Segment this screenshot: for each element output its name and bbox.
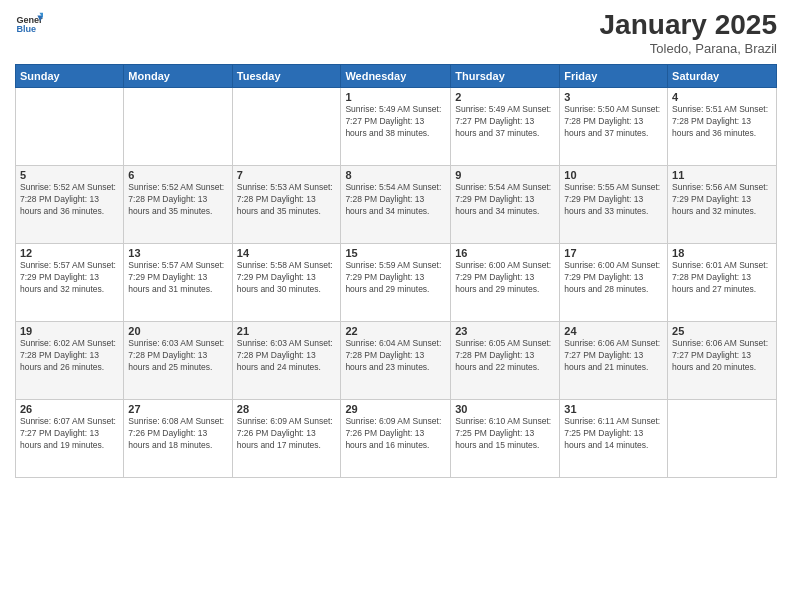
day-number: 22 [345,325,446,337]
day-info: Sunrise: 5:59 AM Sunset: 7:29 PM Dayligh… [345,260,446,296]
calendar-week-row: 12Sunrise: 5:57 AM Sunset: 7:29 PM Dayli… [16,243,777,321]
day-number: 27 [128,403,227,415]
day-info: Sunrise: 5:52 AM Sunset: 7:28 PM Dayligh… [20,182,119,218]
calendar-cell: 15Sunrise: 5:59 AM Sunset: 7:29 PM Dayli… [341,243,451,321]
day-info: Sunrise: 5:50 AM Sunset: 7:28 PM Dayligh… [564,104,663,140]
day-number: 16 [455,247,555,259]
day-info: Sunrise: 6:09 AM Sunset: 7:26 PM Dayligh… [345,416,446,452]
day-number: 11 [672,169,772,181]
day-info: Sunrise: 5:54 AM Sunset: 7:28 PM Dayligh… [345,182,446,218]
day-number: 2 [455,91,555,103]
day-info: Sunrise: 5:55 AM Sunset: 7:29 PM Dayligh… [564,182,663,218]
calendar-cell: 28Sunrise: 6:09 AM Sunset: 7:26 PM Dayli… [232,399,341,477]
day-number: 28 [237,403,337,415]
calendar-cell: 14Sunrise: 5:58 AM Sunset: 7:29 PM Dayli… [232,243,341,321]
day-number: 25 [672,325,772,337]
day-number: 18 [672,247,772,259]
day-number: 9 [455,169,555,181]
day-info: Sunrise: 6:03 AM Sunset: 7:28 PM Dayligh… [237,338,337,374]
calendar-header-row: SundayMondayTuesdayWednesdayThursdayFrid… [16,64,777,87]
day-info: Sunrise: 6:00 AM Sunset: 7:29 PM Dayligh… [455,260,555,296]
day-number: 20 [128,325,227,337]
day-number: 15 [345,247,446,259]
calendar-cell [16,87,124,165]
calendar-cell: 31Sunrise: 6:11 AM Sunset: 7:25 PM Dayli… [560,399,668,477]
day-info: Sunrise: 6:06 AM Sunset: 7:27 PM Dayligh… [564,338,663,374]
day-number: 4 [672,91,772,103]
day-of-week-header: Sunday [16,64,124,87]
day-info: Sunrise: 5:52 AM Sunset: 7:28 PM Dayligh… [128,182,227,218]
svg-text:Blue: Blue [16,24,36,34]
day-info: Sunrise: 6:03 AM Sunset: 7:28 PM Dayligh… [128,338,227,374]
day-info: Sunrise: 6:02 AM Sunset: 7:28 PM Dayligh… [20,338,119,374]
day-info: Sunrise: 6:08 AM Sunset: 7:26 PM Dayligh… [128,416,227,452]
day-number: 23 [455,325,555,337]
day-info: Sunrise: 5:57 AM Sunset: 7:29 PM Dayligh… [128,260,227,296]
calendar-cell: 20Sunrise: 6:03 AM Sunset: 7:28 PM Dayli… [124,321,232,399]
page-container: General Blue January 2025 Toledo, Parana… [0,0,792,488]
day-number: 14 [237,247,337,259]
calendar-cell: 6Sunrise: 5:52 AM Sunset: 7:28 PM Daylig… [124,165,232,243]
calendar-cell: 10Sunrise: 5:55 AM Sunset: 7:29 PM Dayli… [560,165,668,243]
day-info: Sunrise: 5:56 AM Sunset: 7:29 PM Dayligh… [672,182,772,218]
day-info: Sunrise: 6:04 AM Sunset: 7:28 PM Dayligh… [345,338,446,374]
day-of-week-header: Saturday [668,64,777,87]
title-block: January 2025 Toledo, Parana, Brazil [600,10,777,56]
calendar-cell: 26Sunrise: 6:07 AM Sunset: 7:27 PM Dayli… [16,399,124,477]
day-info: Sunrise: 6:05 AM Sunset: 7:28 PM Dayligh… [455,338,555,374]
day-number: 8 [345,169,446,181]
day-info: Sunrise: 6:11 AM Sunset: 7:25 PM Dayligh… [564,416,663,452]
day-info: Sunrise: 5:57 AM Sunset: 7:29 PM Dayligh… [20,260,119,296]
calendar-cell [124,87,232,165]
calendar-cell [668,399,777,477]
calendar-cell: 8Sunrise: 5:54 AM Sunset: 7:28 PM Daylig… [341,165,451,243]
calendar-cell: 22Sunrise: 6:04 AM Sunset: 7:28 PM Dayli… [341,321,451,399]
calendar-week-row: 1Sunrise: 5:49 AM Sunset: 7:27 PM Daylig… [16,87,777,165]
calendar-table: SundayMondayTuesdayWednesdayThursdayFrid… [15,64,777,478]
day-number: 26 [20,403,119,415]
day-info: Sunrise: 6:01 AM Sunset: 7:28 PM Dayligh… [672,260,772,296]
calendar-cell [232,87,341,165]
day-info: Sunrise: 6:10 AM Sunset: 7:25 PM Dayligh… [455,416,555,452]
calendar-cell: 23Sunrise: 6:05 AM Sunset: 7:28 PM Dayli… [451,321,560,399]
calendar-cell: 16Sunrise: 6:00 AM Sunset: 7:29 PM Dayli… [451,243,560,321]
day-of-week-header: Friday [560,64,668,87]
calendar-cell: 30Sunrise: 6:10 AM Sunset: 7:25 PM Dayli… [451,399,560,477]
calendar-subtitle: Toledo, Parana, Brazil [600,41,777,56]
calendar-cell: 2Sunrise: 5:49 AM Sunset: 7:27 PM Daylig… [451,87,560,165]
day-info: Sunrise: 5:58 AM Sunset: 7:29 PM Dayligh… [237,260,337,296]
calendar-week-row: 5Sunrise: 5:52 AM Sunset: 7:28 PM Daylig… [16,165,777,243]
calendar-cell: 1Sunrise: 5:49 AM Sunset: 7:27 PM Daylig… [341,87,451,165]
calendar-cell: 17Sunrise: 6:00 AM Sunset: 7:29 PM Dayli… [560,243,668,321]
calendar-cell: 9Sunrise: 5:54 AM Sunset: 7:29 PM Daylig… [451,165,560,243]
day-info: Sunrise: 6:09 AM Sunset: 7:26 PM Dayligh… [237,416,337,452]
day-info: Sunrise: 5:51 AM Sunset: 7:28 PM Dayligh… [672,104,772,140]
day-number: 10 [564,169,663,181]
calendar-cell: 27Sunrise: 6:08 AM Sunset: 7:26 PM Dayli… [124,399,232,477]
header: General Blue January 2025 Toledo, Parana… [15,10,777,56]
day-number: 21 [237,325,337,337]
day-number: 31 [564,403,663,415]
day-number: 17 [564,247,663,259]
calendar-cell: 21Sunrise: 6:03 AM Sunset: 7:28 PM Dayli… [232,321,341,399]
day-number: 29 [345,403,446,415]
calendar-cell: 7Sunrise: 5:53 AM Sunset: 7:28 PM Daylig… [232,165,341,243]
day-of-week-header: Wednesday [341,64,451,87]
day-info: Sunrise: 5:49 AM Sunset: 7:27 PM Dayligh… [455,104,555,140]
day-number: 7 [237,169,337,181]
day-of-week-header: Thursday [451,64,560,87]
day-number: 19 [20,325,119,337]
calendar-week-row: 19Sunrise: 6:02 AM Sunset: 7:28 PM Dayli… [16,321,777,399]
calendar-cell: 19Sunrise: 6:02 AM Sunset: 7:28 PM Dayli… [16,321,124,399]
calendar-cell: 24Sunrise: 6:06 AM Sunset: 7:27 PM Dayli… [560,321,668,399]
calendar-cell: 5Sunrise: 5:52 AM Sunset: 7:28 PM Daylig… [16,165,124,243]
day-info: Sunrise: 5:53 AM Sunset: 7:28 PM Dayligh… [237,182,337,218]
day-info: Sunrise: 6:06 AM Sunset: 7:27 PM Dayligh… [672,338,772,374]
logo-icon: General Blue [15,10,43,38]
calendar-cell: 29Sunrise: 6:09 AM Sunset: 7:26 PM Dayli… [341,399,451,477]
day-number: 30 [455,403,555,415]
logo: General Blue [15,10,43,38]
calendar-cell: 3Sunrise: 5:50 AM Sunset: 7:28 PM Daylig… [560,87,668,165]
day-info: Sunrise: 5:54 AM Sunset: 7:29 PM Dayligh… [455,182,555,218]
calendar-title: January 2025 [600,10,777,41]
